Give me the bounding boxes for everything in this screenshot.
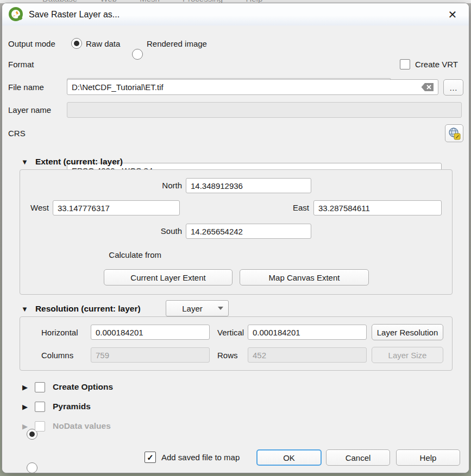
- rendered-image-radio[interactable]: [132, 49, 143, 60]
- calculate-from-label: Calculate from: [84, 247, 161, 263]
- save-raster-layer-dialog: Save Raster Layer as... ✕ Output mode Ra…: [2, 3, 469, 473]
- create-options-checkbox[interactable]: [35, 382, 45, 392]
- vertical-resolution-input[interactable]: [248, 325, 367, 340]
- triangle-right-icon: ▶: [22, 422, 30, 430]
- west-label: West: [28, 200, 49, 215]
- output-mode-label: Output mode: [8, 36, 55, 52]
- triangle-right-icon: ▶: [22, 383, 30, 391]
- extent-section-header[interactable]: ▼ Extent (current: layer): [21, 156, 123, 167]
- create-options-label: Create Options: [53, 382, 113, 392]
- calc-from-layer-button[interactable]: Layer: [166, 300, 229, 316]
- east-label: East: [288, 200, 309, 215]
- triangle-down-icon: ▼: [21, 158, 28, 166]
- south-label: South: [131, 224, 182, 239]
- pyramids-section[interactable]: ▶ Pyramids: [22, 401, 91, 412]
- north-label: North: [131, 178, 182, 193]
- dialog-title: Save Raster Layer as...: [29, 10, 120, 20]
- rows-label: Rows: [217, 347, 238, 363]
- file-name-input[interactable]: [67, 79, 438, 95]
- extent-header-label: Extent (current: layer): [35, 157, 123, 167]
- map-canvas-extent-button[interactable]: Map Canvas Extent: [240, 269, 369, 285]
- columns-label[interactable]: Columns: [41, 347, 73, 363]
- layer-name-label: Layer name: [8, 102, 51, 118]
- horizontal-resolution-input[interactable]: [91, 325, 210, 340]
- pyramids-label: Pyramids: [53, 402, 91, 411]
- cancel-button[interactable]: Cancel: [326, 449, 390, 466]
- create-options-section[interactable]: ▶ Create Options: [22, 381, 113, 393]
- add-saved-file-label[interactable]: Add saved file to map: [161, 449, 240, 466]
- nodata-label: NoData values: [53, 421, 111, 431]
- raw-data-label[interactable]: Raw data: [86, 36, 120, 52]
- east-input[interactable]: [313, 200, 442, 215]
- rendered-image-label[interactable]: Rendered image: [147, 36, 207, 52]
- select-crs-button[interactable]: [445, 124, 463, 142]
- create-vrt-checkbox[interactable]: [400, 59, 410, 69]
- globe-crs-icon: [448, 127, 461, 140]
- pyramids-checkbox[interactable]: [35, 402, 45, 412]
- clear-text-icon[interactable]: [421, 82, 434, 92]
- resolution-section-header[interactable]: ▼ Resolution (current: layer): [21, 303, 141, 314]
- north-input[interactable]: [186, 178, 311, 193]
- triangle-right-icon: ▶: [22, 403, 30, 411]
- nodata-section: ▶ NoData values: [22, 420, 111, 432]
- south-input[interactable]: [186, 224, 311, 239]
- vertical-label: Vertical: [217, 325, 244, 340]
- crs-label: CRS: [8, 125, 26, 141]
- horizontal-label[interactable]: Horizontal: [41, 325, 78, 340]
- resolution-header-label: Resolution (current: layer): [35, 304, 141, 314]
- ok-button[interactable]: OK: [256, 449, 322, 466]
- browse-file-button[interactable]: …: [443, 79, 463, 96]
- layer-name-input[interactable]: [67, 102, 462, 118]
- add-saved-file-checkbox[interactable]: ✓: [145, 452, 156, 463]
- qgis-logo-icon: [9, 7, 23, 22]
- columns-radio[interactable]: [27, 462, 37, 473]
- layer-size-button[interactable]: Layer Size: [372, 347, 443, 363]
- check-icon: ✓: [147, 453, 154, 462]
- dialog-titlebar[interactable]: Save Raster Layer as... ✕: [2, 3, 469, 26]
- rows-input[interactable]: [248, 347, 367, 363]
- layer-resolution-button[interactable]: Layer Resolution: [372, 324, 443, 340]
- raw-data-radio[interactable]: [71, 38, 82, 49]
- format-label: Format: [8, 56, 34, 72]
- help-button[interactable]: Help: [396, 449, 460, 466]
- current-layer-extent-button[interactable]: Current Layer Extent: [104, 269, 233, 285]
- create-vrt-label[interactable]: Create VRT: [415, 56, 458, 72]
- chevron-down-icon: [218, 307, 223, 310]
- close-icon[interactable]: ✕: [445, 7, 460, 22]
- triangle-down-icon: ▼: [21, 305, 28, 313]
- file-name-label: File name: [8, 79, 44, 95]
- calc-from-layer-label: Layer: [182, 304, 203, 313]
- west-input[interactable]: [53, 200, 180, 215]
- nodata-checkbox: [35, 421, 45, 431]
- columns-input[interactable]: [91, 347, 210, 363]
